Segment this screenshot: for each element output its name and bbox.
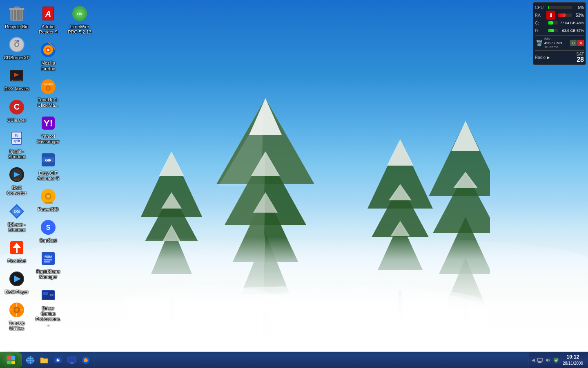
icon-image-divx-player [7, 269, 27, 289]
icon-image-divx-converter: DIVX [7, 165, 27, 184]
desktop-icon-flashget[interactable]: FlashGet [2, 236, 31, 265]
svg-point-77 [15, 308, 18, 312]
windows-logo [7, 356, 15, 364]
svg-text:PowerISO: PowerISO [44, 202, 53, 204]
bin-label: Bin: [544, 37, 569, 41]
desktop-icon-divx-movies[interactable]: DivX Movies [2, 64, 31, 93]
quick-launch [22, 352, 94, 368]
desktop-icon-firefox[interactable]: Mozilla Firefox [33, 38, 63, 73]
desktop-icon-sopcast[interactable]: SSopCast [33, 216, 63, 245]
ql-ie[interactable] [24, 354, 37, 367]
bin-refresh-btn[interactable]: ↻ [570, 40, 577, 46]
svg-rect-125 [70, 364, 74, 364]
c-bar-container [548, 21, 558, 25]
radio-row: Radio ▶ SAT 28 [535, 52, 584, 63]
icon-label-driver-genius: Driver Genius Professiona... [35, 306, 61, 328]
svg-marker-11 [249, 98, 282, 135]
svg-point-48 [16, 43, 18, 46]
svg-rect-123 [68, 357, 76, 362]
desktop-icon-divx-player[interactable]: DivX Player [2, 267, 31, 296]
svg-point-92 [47, 87, 49, 90]
taskbar: ◀ 10:12 28/11/2009 [0, 352, 588, 368]
tray-expand-arrow[interactable]: ◀ [532, 358, 535, 362]
icon-image-recycle-bin [7, 4, 27, 23]
clock-area[interactable]: 10:12 28/11/2009 [561, 354, 585, 366]
icon-label-ccleaner: CCleaner [7, 118, 26, 123]
c-drive-label: C: [535, 21, 546, 25]
desktop-icon-poweriso[interactable]: PowerISOPowerISO [33, 185, 63, 214]
cpu-bar-container [548, 6, 572, 9]
win-pane-tr [11, 356, 15, 360]
desktop-icon-ds-exe[interactable]: DSDS.exe - Shortcut [2, 200, 31, 234]
desktop-icon-driver-genius[interactable]: DGDriver Genius Professiona... [33, 284, 63, 329]
icon-image-hjsplit: hjsplit [7, 128, 27, 148]
bin-items: 10 Items [544, 45, 569, 49]
desktop-icon-recycle-bin[interactable]: Recycle Bin [2, 2, 31, 31]
tray-volume-icon[interactable] [545, 357, 551, 364]
start-button[interactable] [0, 352, 22, 368]
desktop-icon-limewire[interactable]: LWLimeWire PRO 5.2.13 [65, 2, 94, 36]
day-number: 28 [576, 56, 584, 63]
svg-marker-25 [387, 139, 413, 166]
svg-rect-110 [43, 292, 48, 295]
d-drive-label: D: [535, 29, 546, 33]
desktop-icon-cdburnerxp[interactable]: CDCDBurnerXP [2, 33, 31, 62]
tray-security-icon[interactable] [553, 357, 559, 364]
ram-value: 53% [574, 13, 584, 18]
desktop-icon-divx-converter[interactable]: DIVXDivX Converter [2, 163, 31, 197]
desktop-icon-ccleaner[interactable]: CCCleaner [2, 96, 31, 125]
svg-rect-44 [9, 8, 24, 10]
desktop-icons: Recycle BinCDCDBurnerXPDivX MoviesCCClea… [2, 2, 104, 346]
d-bar-container [548, 29, 558, 32]
radio-label: Radio [535, 55, 546, 60]
svg-text:DIVX: DIVX [14, 179, 20, 182]
desktop-icon-hjsplit[interactable]: hjsplithjsplit - Shortcut [2, 127, 31, 161]
desktop-icon-easy-gif[interactable]: GIFEasy GIF Animator 5 [33, 148, 63, 183]
icon-image-adobe-reader: A [38, 4, 58, 23]
icon-label-adobe-reader: Adobe Reader 9 [35, 24, 61, 35]
desktop-icon-tuneup[interactable]: TuneUp Utilities [2, 298, 31, 333]
icon-image-ds-exe: DS [7, 202, 27, 221]
icon-label-poweriso: PowerISO [38, 207, 58, 212]
svg-rect-80 [10, 310, 13, 310]
icon-image-tuneup [7, 300, 27, 320]
icon-image-rapidshare: RSM [38, 249, 58, 268]
desktop-icon-adobe-reader[interactable]: AAdobe Reader 9 [33, 2, 63, 36]
icon-label-divx-converter: DivX Converter [4, 185, 30, 196]
icon-image-ccleaner: C [7, 97, 27, 117]
clock-date: 28/11/2009 [563, 361, 583, 366]
desktop-icon-tuneup-1click[interactable]: 1-ClickTuneUp 1-Click Ma... [33, 75, 63, 110]
icon-image-cdburnerxp: CD [7, 35, 27, 54]
icon-label-tuneup-1click: TuneUp 1-Click Ma... [35, 97, 61, 108]
c-drive-row: C: 77.04 GB 48% [535, 20, 584, 26]
ql-folder[interactable] [38, 354, 51, 367]
cpu-row: CPU 5% [535, 4, 584, 11]
svg-marker-33 [451, 121, 480, 151]
bin-icon: 🗑️ [535, 39, 543, 47]
bin-clear-btn[interactable]: ✕ [577, 40, 584, 46]
radio-play-btn[interactable]: ▶ [547, 55, 550, 60]
ql-firefox[interactable] [79, 354, 92, 367]
ram-bar [558, 13, 566, 17]
svg-text:RSM: RSM [45, 255, 52, 258]
svg-text:Y!: Y! [44, 118, 53, 128]
desktop-icon-rapidshare[interactable]: RSMRapidShare Manager [33, 247, 63, 281]
svg-text:1-Click: 1-Click [43, 82, 53, 86]
icon-label-cdburnerxp: CDBurnerXP [4, 55, 30, 61]
icon-image-firefox [38, 40, 58, 60]
svg-rect-129 [539, 361, 541, 362]
bin-controls[interactable]: ↻ ✕ [570, 40, 584, 46]
ql-network[interactable] [65, 354, 78, 367]
ql-media-center[interactable] [51, 354, 65, 367]
system-tray: ◀ 10:12 28/11/2009 [528, 352, 588, 368]
taskbar-center [94, 352, 528, 368]
d-drive-value: 63.9 GB 57% [559, 29, 584, 33]
tray-network-icon[interactable] [537, 357, 543, 364]
d-bar [548, 29, 554, 32]
desktop-icon-yahoo-messenger[interactable]: Y!Yahoo! Messenger [33, 112, 63, 146]
radio-controls[interactable]: Radio ▶ [535, 55, 550, 60]
system-monitor[interactable]: CPU 5% RA ⬇ 53% C: 77.04 GB 48% [533, 2, 586, 65]
win-pane-bl [7, 361, 11, 364]
svg-rect-104 [42, 252, 55, 265]
icon-image-limewire: LW [70, 4, 89, 23]
